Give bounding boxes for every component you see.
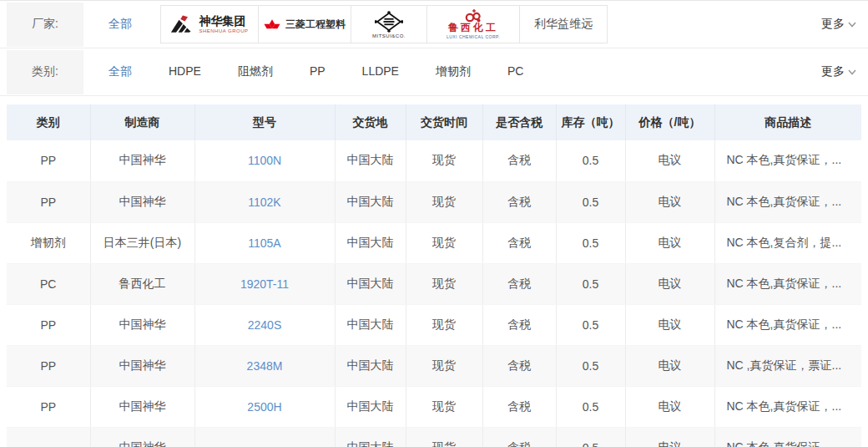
chevron-down-icon: [848, 22, 856, 28]
category-item-pp[interactable]: PP: [310, 64, 326, 79]
brand-shenhua-button[interactable]: 神华集团 SHENHUA GROUP: [160, 5, 259, 43]
brand-lihuayi-label: 利华益维远: [534, 17, 593, 32]
category-more-label: 更多: [821, 64, 845, 79]
col-header-price-per-ton: 价格（/吨）: [625, 104, 714, 140]
cell-manufacturer: 中国神华: [90, 140, 194, 181]
cell-delivery-time: 现货: [406, 427, 482, 447]
cell-delivery-place: 中国大陆: [335, 263, 406, 304]
cell-delivery-place: 中国大陆: [335, 304, 406, 345]
model-link[interactable]: 1102K: [248, 196, 280, 209]
model-link[interactable]: 1105A: [248, 236, 280, 250]
category-list: 全部 HDPE 阻燃剂 PP LLDPE 增韧剂 PC: [108, 64, 523, 79]
category-more-link[interactable]: 更多: [821, 64, 856, 79]
brand-strip: 神华集团 SHENHUA GROUP 三菱工程塑料: [160, 5, 608, 43]
cell-description: NC 本色,真货保证，...: [714, 140, 861, 181]
model-link[interactable]: 2348M: [247, 359, 283, 373]
manufacturer-more-label: 更多: [821, 17, 845, 32]
table-row: PP 中国神华 2240S 中国大陆 现货 含税 0.5 电议 NC 本色,真货…: [7, 304, 861, 345]
col-header-manufacturer: 制造商: [90, 104, 194, 140]
cell-tax: 含税: [482, 304, 556, 345]
brand-mitsubishi-label: 三菱工程塑料: [285, 18, 346, 32]
cell-tax: 含税: [482, 140, 556, 181]
cell-price: 电议: [625, 181, 714, 222]
cell-stock: 0.5: [556, 427, 625, 447]
cell-category: 增韧剂: [7, 222, 90, 263]
category-item-toughener[interactable]: 增韧剂: [436, 64, 471, 79]
table-row: PP 中国神华 1102K 中国大陆 现货 含税 0.5 电议 NC 本色,真货…: [7, 181, 861, 222]
cell-description: NC 本色,真货保证，...: [714, 304, 861, 345]
cell-category: PP: [7, 386, 90, 427]
cell-category: PP: [7, 304, 90, 345]
category-filter-label: 类别:: [7, 50, 83, 94]
cell-description: NC 本色,真货保证，...: [714, 427, 861, 447]
category-item-lldpe[interactable]: LLDPE: [362, 64, 399, 79]
cell-description: NC 本色,真货保证，...: [714, 263, 861, 304]
cell-delivery-place: 中国大陆: [335, 140, 406, 181]
cell-delivery-time: 现货: [406, 222, 482, 263]
manufacturer-filter-label: 厂家:: [7, 3, 83, 47]
manufacturer-filter-row: 厂家: 全部 神华集团 SHENHUA GROUP: [0, 1, 868, 48]
col-header-stock-tons: 库存（吨）: [556, 104, 625, 140]
cell-delivery-time: 现货: [406, 140, 482, 181]
cell-price: 电议: [625, 263, 714, 304]
col-header-model: 型号: [194, 104, 335, 140]
cell-delivery-place: 中国大陆: [335, 345, 406, 386]
cell-delivery-place: 中国大陆: [335, 386, 406, 427]
cell-tax: 含税: [482, 427, 556, 447]
cell-price: 电议: [625, 386, 714, 427]
table-row: PP 中国神华 2500H 中国大陆 现货 含税 0.5 电议 NC 本色,真货…: [7, 386, 861, 427]
cell-manufacturer: 中国神华: [90, 304, 194, 345]
cell-stock: 0.5: [556, 345, 625, 386]
col-header-category: 类别: [7, 104, 90, 140]
col-header-description: 商品描述: [714, 104, 861, 140]
mitsui-logo-icon: [375, 11, 403, 33]
cell-description: NC 本色,复合剂，提...: [714, 222, 861, 263]
model-link[interactable]: 1920T-11: [240, 277, 289, 291]
model-link[interactable]: 2500H: [247, 400, 281, 414]
manufacturer-all-link[interactable]: 全部: [108, 17, 135, 32]
table-row: PP 中国神华 1100N 中国大陆 现货 含税 0.5 电议 NC 本色,真货…: [7, 140, 861, 181]
manufacturer-more-link[interactable]: 更多: [821, 17, 856, 32]
category-item-all[interactable]: 全部: [108, 64, 132, 79]
table-header-row: 类别 制造商 型号 交货地 交货时间 是否含税 库存（吨） 价格（/吨） 商品描…: [7, 104, 861, 140]
table-row: 中国神华 中国大陆 现货 含税 0.5 电议 NC 本色,真货保证，...: [7, 427, 861, 447]
cell-category: [7, 427, 90, 447]
brand-mitsui-button[interactable]: MITSUI&CO.: [351, 5, 427, 43]
model-link[interactable]: 1100N: [248, 154, 281, 167]
category-item-pc[interactable]: PC: [507, 64, 523, 79]
luxi-logo-icon: [463, 9, 483, 23]
cell-delivery-time: 现货: [406, 345, 482, 386]
category-item-hdpe[interactable]: HDPE: [169, 64, 201, 79]
cell-delivery-time: 现货: [406, 181, 482, 222]
cell-manufacturer: 中国神华: [90, 181, 194, 222]
cell-category: PC: [7, 263, 90, 304]
cell-description: NC 本色,真货保证，...: [714, 386, 861, 427]
brand-luxi-button[interactable]: 鲁西化工 LUXI CHEMICAL CORP.: [426, 5, 520, 43]
cell-price: 电议: [625, 304, 714, 345]
table-row: PP 中国神华 2348M 中国大陆 现货 含税 0.5 电议 NC ,真货保证…: [7, 345, 861, 386]
cell-manufacturer: 中国神华: [90, 386, 194, 427]
cell-description: NC ,真货保证，票证...: [714, 345, 861, 386]
col-header-delivery-time: 交货时间: [406, 104, 482, 140]
category-filter-row: 类别: 全部 HDPE 阻燃剂 PP LLDPE 增韧剂 PC 更多: [0, 48, 868, 96]
cell-delivery-time: 现货: [406, 386, 482, 427]
brand-lihuayi-button[interactable]: 利华益维远: [519, 5, 608, 43]
brand-luxi-subtext: LUXI CHEMICAL CORP.: [447, 34, 500, 39]
cell-category: PP: [7, 345, 90, 386]
cell-tax: 含税: [482, 345, 556, 386]
category-item-flame-retardant[interactable]: 阻燃剂: [238, 64, 273, 79]
table-row: 增韧剂 日本三井(日本) 1105A 中国大陆 现货 含税 0.5 电议 NC …: [7, 222, 861, 263]
chevron-down-icon: [848, 69, 856, 75]
cell-price: 电议: [625, 222, 714, 263]
cell-delivery-time: 现货: [406, 263, 482, 304]
cell-price: 电议: [625, 140, 714, 181]
cell-manufacturer: 日本三井(日本): [90, 222, 194, 263]
table-row: PC 鲁西化工 1920T-11 中国大陆 现货 含税 0.5 电议 NC 本色…: [7, 263, 861, 304]
brand-mitsubishi-button[interactable]: 三菱工程塑料: [258, 5, 351, 43]
product-table: 类别 制造商 型号 交货地 交货时间 是否含税 库存（吨） 价格（/吨） 商品描…: [7, 104, 861, 447]
model-link[interactable]: 2240S: [248, 318, 281, 332]
brand-luxi-label: 鲁西化工: [448, 23, 498, 33]
cell-tax: 含税: [482, 263, 556, 304]
brand-shenhua-label: 神华集团: [199, 15, 245, 28]
cell-description: NC 本色,真货保证，...: [714, 181, 861, 222]
